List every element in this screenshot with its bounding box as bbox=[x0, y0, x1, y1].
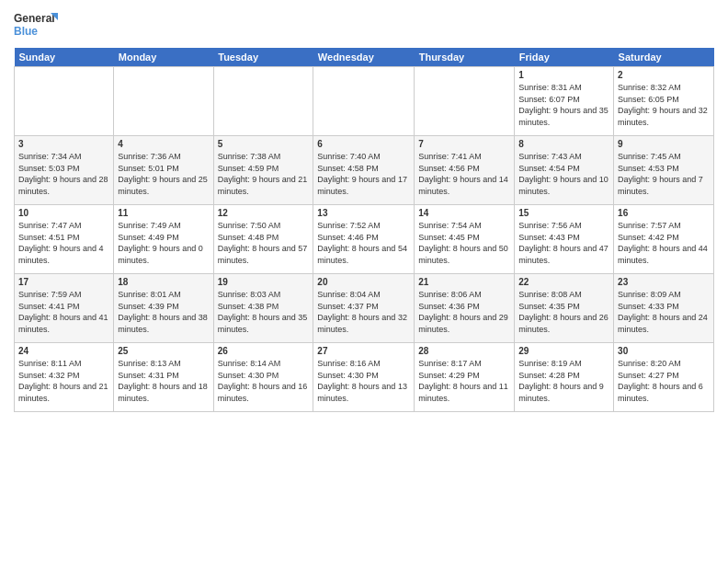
day-info: Sunrise: 7:49 AM Sunset: 4:49 PM Dayligh… bbox=[118, 220, 209, 266]
weekday-header: Sunday bbox=[15, 48, 114, 67]
calendar-cell: 1Sunrise: 8:31 AM Sunset: 6:07 PM Daylig… bbox=[515, 67, 614, 136]
day-info: Sunrise: 8:13 AM Sunset: 4:31 PM Dayligh… bbox=[118, 358, 209, 404]
calendar-row: 24Sunrise: 8:11 AM Sunset: 4:32 PM Dayli… bbox=[15, 343, 714, 412]
weekday-header: Wednesday bbox=[313, 48, 415, 67]
day-info: Sunrise: 7:38 AM Sunset: 4:59 PM Dayligh… bbox=[218, 151, 310, 197]
calendar-cell: 28Sunrise: 8:17 AM Sunset: 4:29 PM Dayli… bbox=[415, 343, 515, 412]
day-info: Sunrise: 8:17 AM Sunset: 4:29 PM Dayligh… bbox=[418, 358, 510, 404]
page: General Blue SundayMondayTuesdayWednesda… bbox=[0, 0, 728, 563]
calendar-cell: 21Sunrise: 8:06 AM Sunset: 4:36 PM Dayli… bbox=[415, 274, 515, 343]
calendar-cell: 25Sunrise: 8:13 AM Sunset: 4:31 PM Dayli… bbox=[114, 343, 213, 412]
day-number: 25 bbox=[118, 346, 209, 356]
day-info: Sunrise: 8:03 AM Sunset: 4:38 PM Dayligh… bbox=[218, 289, 310, 335]
day-info: Sunrise: 8:08 AM Sunset: 4:35 PM Dayligh… bbox=[518, 289, 609, 335]
day-info: Sunrise: 7:41 AM Sunset: 4:56 PM Dayligh… bbox=[418, 151, 510, 197]
calendar-cell: 15Sunrise: 7:56 AM Sunset: 4:43 PM Dayli… bbox=[515, 205, 614, 274]
weekday-header: Thursday bbox=[415, 48, 515, 67]
calendar-cell: 12Sunrise: 7:50 AM Sunset: 4:48 PM Dayli… bbox=[213, 205, 313, 274]
calendar-cell bbox=[415, 67, 515, 136]
day-number: 17 bbox=[18, 277, 109, 287]
day-number: 6 bbox=[317, 139, 410, 149]
calendar-cell: 4Sunrise: 7:36 AM Sunset: 5:01 PM Daylig… bbox=[114, 136, 213, 205]
calendar-cell: 27Sunrise: 8:16 AM Sunset: 4:30 PM Dayli… bbox=[313, 343, 415, 412]
day-number: 7 bbox=[418, 139, 510, 149]
day-number: 21 bbox=[418, 277, 510, 287]
day-number: 1 bbox=[518, 70, 609, 80]
day-info: Sunrise: 7:43 AM Sunset: 4:54 PM Dayligh… bbox=[518, 151, 609, 197]
day-info: Sunrise: 8:11 AM Sunset: 4:32 PM Dayligh… bbox=[18, 358, 109, 404]
day-info: Sunrise: 7:52 AM Sunset: 4:46 PM Dayligh… bbox=[317, 220, 410, 266]
weekday-header: Saturday bbox=[614, 48, 714, 67]
calendar-cell: 29Sunrise: 8:19 AM Sunset: 4:28 PM Dayli… bbox=[515, 343, 614, 412]
header: General Blue bbox=[14, 9, 714, 42]
day-info: Sunrise: 7:57 AM Sunset: 4:42 PM Dayligh… bbox=[618, 220, 710, 266]
calendar-cell: 20Sunrise: 8:04 AM Sunset: 4:37 PM Dayli… bbox=[313, 274, 415, 343]
day-number: 28 bbox=[418, 346, 510, 356]
day-number: 9 bbox=[618, 139, 710, 149]
day-info: Sunrise: 7:50 AM Sunset: 4:48 PM Dayligh… bbox=[218, 220, 310, 266]
calendar-cell: 10Sunrise: 7:47 AM Sunset: 4:51 PM Dayli… bbox=[15, 205, 114, 274]
day-number: 27 bbox=[317, 346, 410, 356]
svg-text:General: General bbox=[14, 12, 55, 25]
calendar-row: 1Sunrise: 8:31 AM Sunset: 6:07 PM Daylig… bbox=[15, 67, 714, 136]
calendar-cell: 19Sunrise: 8:03 AM Sunset: 4:38 PM Dayli… bbox=[213, 274, 313, 343]
day-number: 29 bbox=[518, 346, 609, 356]
calendar-cell: 14Sunrise: 7:54 AM Sunset: 4:45 PM Dayli… bbox=[415, 205, 515, 274]
calendar-cell bbox=[313, 67, 415, 136]
day-info: Sunrise: 7:40 AM Sunset: 4:58 PM Dayligh… bbox=[317, 151, 410, 197]
day-number: 11 bbox=[118, 208, 209, 218]
calendar-cell: 2Sunrise: 8:32 AM Sunset: 6:05 PM Daylig… bbox=[614, 67, 714, 136]
calendar-cell: 16Sunrise: 7:57 AM Sunset: 4:42 PM Dayli… bbox=[614, 205, 714, 274]
day-number: 19 bbox=[218, 277, 310, 287]
day-number: 26 bbox=[218, 346, 310, 356]
weekday-header: Tuesday bbox=[213, 48, 313, 67]
weekday-header: Friday bbox=[515, 48, 614, 67]
day-info: Sunrise: 7:45 AM Sunset: 4:53 PM Dayligh… bbox=[618, 151, 710, 197]
calendar-cell: 24Sunrise: 8:11 AM Sunset: 4:32 PM Dayli… bbox=[15, 343, 114, 412]
calendar-cell: 5Sunrise: 7:38 AM Sunset: 4:59 PM Daylig… bbox=[213, 136, 313, 205]
calendar-cell: 8Sunrise: 7:43 AM Sunset: 4:54 PM Daylig… bbox=[515, 136, 614, 205]
calendar-row: 3Sunrise: 7:34 AM Sunset: 5:03 PM Daylig… bbox=[15, 136, 714, 205]
day-info: Sunrise: 8:14 AM Sunset: 4:30 PM Dayligh… bbox=[218, 358, 310, 404]
day-number: 3 bbox=[18, 139, 109, 149]
day-number: 15 bbox=[518, 208, 609, 218]
day-number: 16 bbox=[618, 208, 710, 218]
day-number: 30 bbox=[618, 346, 710, 356]
day-number: 20 bbox=[317, 277, 410, 287]
day-number: 8 bbox=[518, 139, 609, 149]
day-info: Sunrise: 7:34 AM Sunset: 5:03 PM Dayligh… bbox=[18, 151, 109, 197]
calendar-row: 10Sunrise: 7:47 AM Sunset: 4:51 PM Dayli… bbox=[15, 205, 714, 274]
calendar-cell bbox=[213, 67, 313, 136]
day-info: Sunrise: 8:20 AM Sunset: 4:27 PM Dayligh… bbox=[618, 358, 710, 404]
calendar-cell: 11Sunrise: 7:49 AM Sunset: 4:49 PM Dayli… bbox=[114, 205, 213, 274]
day-info: Sunrise: 8:31 AM Sunset: 6:07 PM Dayligh… bbox=[518, 82, 609, 128]
day-number: 12 bbox=[218, 208, 310, 218]
day-info: Sunrise: 8:19 AM Sunset: 4:28 PM Dayligh… bbox=[518, 358, 609, 404]
header-row: SundayMondayTuesdayWednesdayThursdayFrid… bbox=[15, 48, 714, 67]
weekday-header: Monday bbox=[114, 48, 213, 67]
calendar-cell: 3Sunrise: 7:34 AM Sunset: 5:03 PM Daylig… bbox=[15, 136, 114, 205]
day-number: 23 bbox=[618, 277, 710, 287]
day-number: 13 bbox=[317, 208, 410, 218]
day-number: 18 bbox=[118, 277, 209, 287]
calendar-cell: 22Sunrise: 8:08 AM Sunset: 4:35 PM Dayli… bbox=[515, 274, 614, 343]
calendar-cell bbox=[114, 67, 213, 136]
day-info: Sunrise: 8:16 AM Sunset: 4:30 PM Dayligh… bbox=[317, 358, 410, 404]
calendar-cell: 18Sunrise: 8:01 AM Sunset: 4:39 PM Dayli… bbox=[114, 274, 213, 343]
svg-text:Blue: Blue bbox=[14, 25, 38, 38]
day-info: Sunrise: 7:59 AM Sunset: 4:41 PM Dayligh… bbox=[18, 289, 109, 335]
day-number: 5 bbox=[218, 139, 310, 149]
logo: General Blue bbox=[14, 9, 60, 42]
calendar-cell: 6Sunrise: 7:40 AM Sunset: 4:58 PM Daylig… bbox=[313, 136, 415, 205]
day-number: 22 bbox=[518, 277, 609, 287]
day-info: Sunrise: 8:01 AM Sunset: 4:39 PM Dayligh… bbox=[118, 289, 209, 335]
day-info: Sunrise: 8:04 AM Sunset: 4:37 PM Dayligh… bbox=[317, 289, 410, 335]
day-info: Sunrise: 7:56 AM Sunset: 4:43 PM Dayligh… bbox=[518, 220, 609, 266]
day-info: Sunrise: 8:32 AM Sunset: 6:05 PM Dayligh… bbox=[618, 82, 710, 128]
day-number: 10 bbox=[18, 208, 109, 218]
calendar-cell bbox=[15, 67, 114, 136]
day-number: 2 bbox=[618, 70, 710, 80]
calendar-cell: 17Sunrise: 7:59 AM Sunset: 4:41 PM Dayli… bbox=[15, 274, 114, 343]
calendar-cell: 30Sunrise: 8:20 AM Sunset: 4:27 PM Dayli… bbox=[614, 343, 714, 412]
calendar-cell: 9Sunrise: 7:45 AM Sunset: 4:53 PM Daylig… bbox=[614, 136, 714, 205]
